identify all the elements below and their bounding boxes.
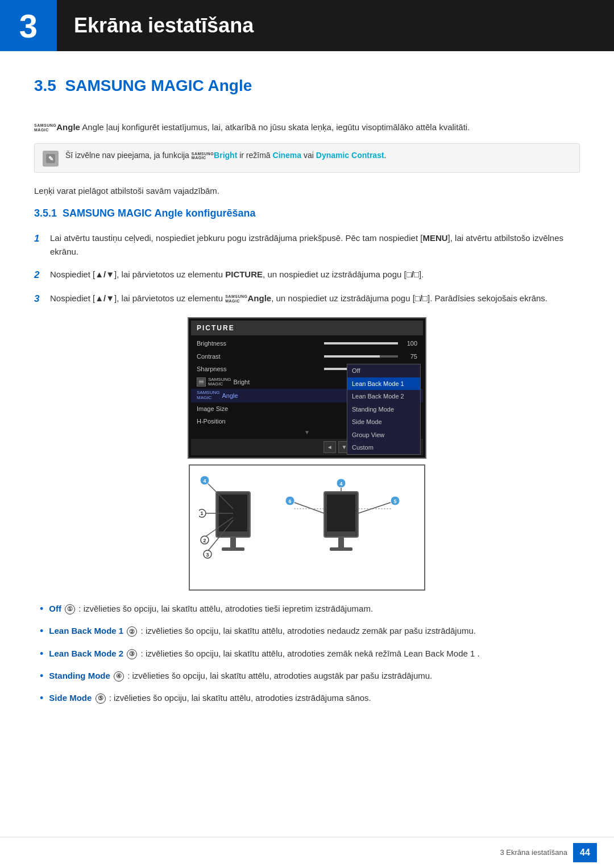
note-text: Šī izvēlne nav pieejama, ja funkcija SAM…: [65, 149, 387, 161]
svg-rect-3: [199, 381, 204, 382]
step-number-3: 3: [34, 292, 50, 306]
samsung-magic-brand-inline: SAMSUNG MAGIC: [34, 123, 56, 132]
bullet-dot-lean2: •: [40, 647, 43, 661]
diagram-container: 4 1 2 3: [34, 464, 580, 591]
svg-text:4: 4: [339, 481, 342, 487]
osd-submenu-item-group: Group View: [347, 429, 420, 442]
osd-title: PICTURE: [191, 321, 423, 335]
osd-row-magic-angle: SAMSUNG MAGIC Angle Off Lean Back Mode 1…: [191, 389, 423, 402]
page-footer: 3 Ekrāna iestatīšana 44: [0, 837, 614, 868]
subsection-heading: 3.5.1 SAMSUNG MAGIC Angle konfigurēšana: [34, 206, 580, 221]
svg-text:6: 6: [288, 499, 291, 504]
osd-submenu-item-standing: Standing Mode: [347, 403, 420, 416]
svg-rect-4: [199, 383, 204, 384]
svg-text:✎: ✎: [48, 155, 53, 162]
svg-rect-2: [198, 379, 204, 385]
bullet-text-lean1: Lean Back Mode 1 ② : izvēlieties šo opci…: [49, 624, 476, 638]
osd-row-contrast: Contrast 75: [191, 350, 423, 363]
osd-submenu-item-lean2: Lean Back Mode 2: [347, 390, 420, 403]
bullet-text-side: Side Mode ⑤ : izvēlieties šo opciju, lai…: [49, 691, 371, 705]
footer-page-number: 44: [573, 843, 597, 862]
lean-back-text: Leņķi varat pielāgot atbilstoši savām va…: [34, 184, 580, 198]
osd-btn-left[interactable]: ◄: [323, 441, 336, 453]
osd-submenu-item-custom: Custom: [347, 441, 420, 454]
intro-paragraph: SAMSUNG MAGIC Angle Angle ļauj konfigurē…: [34, 121, 580, 134]
footer-chapter-text: 3 Ekrāna iestatīšana: [500, 847, 567, 858]
section-heading: 3.5 SAMSUNG MAGIC Angle: [34, 74, 580, 103]
diagram-box: 4 1 2 3: [189, 464, 425, 591]
bullet-text-off: Off ① : izvēlieties šo opciju, lai skatī…: [49, 602, 373, 616]
osd-screen: PICTURE Brightness 100 Contrast: [188, 317, 426, 459]
svg-line-25: [293, 502, 324, 513]
svg-line-28: [358, 502, 392, 513]
bullet-dot-off: •: [40, 602, 43, 616]
step-3: 3 Nospiediet [▲/▼], lai pārvietotos uz e…: [34, 292, 580, 306]
osd-submenu-item-off: Off: [347, 364, 420, 377]
svg-rect-22: [327, 495, 355, 531]
svg-text:4: 4: [203, 478, 206, 484]
bullet-text-lean2: Lean Back Mode 2 ③ : izvēlieties šo opci…: [49, 647, 479, 661]
angle-diagram-svg: 4 1 2 3: [199, 475, 415, 577]
chapter-number: 3: [0, 0, 57, 51]
osd-submenu: Off Lean Back Mode 1 Lean Back Mode 2 St…: [347, 364, 421, 455]
note-icon: ✎: [43, 151, 59, 167]
osd-submenu-item-lean1: Lean Back Mode 1: [347, 377, 420, 391]
step-number-2: 2: [34, 268, 50, 283]
osd-screen-container: PICTURE Brightness 100 Contrast: [34, 317, 580, 459]
bullet-item-lean2: • Lean Back Mode 2 ③ : izvēlieties šo op…: [40, 647, 580, 661]
osd-row-brightness: Brightness 100: [191, 337, 423, 350]
svg-rect-23: [338, 537, 344, 549]
svg-text:3: 3: [206, 552, 209, 558]
step-text-2: Nospiediet [▲/▼], lai pārvietotos uz ele…: [50, 268, 424, 281]
chapter-title: Ekrāna iestatīšana: [57, 10, 254, 41]
bullet-dot-side: •: [40, 691, 43, 705]
bullet-item-off: • Off ① : izvēlieties šo opciju, lai ska…: [40, 602, 580, 616]
step-2: 2 Nospiediet [▲/▼], lai pārvietotos uz e…: [34, 268, 580, 283]
step-1: 1 Lai atvērtu taustiņu ceļvedi, nospiedi…: [34, 231, 580, 259]
svg-text:5: 5: [393, 499, 396, 504]
step-number-1: 1: [34, 231, 50, 246]
note-box: ✎ Šī izvēlne nav pieejama, ja funkcija S…: [34, 143, 580, 173]
svg-text:2: 2: [203, 538, 206, 543]
svg-rect-8: [222, 547, 244, 551]
osd-submenu-item-side: Side Mode: [347, 416, 420, 429]
bullet-dot-lean1: •: [40, 624, 43, 638]
step-text-1: Lai atvērtu taustiņu ceļvedi, nospiediet…: [50, 231, 580, 259]
bullet-dot-standing: •: [40, 669, 43, 683]
bullet-list: • Off ① : izvēlieties šo opciju, lai ska…: [40, 602, 580, 705]
main-content: 3.5 SAMSUNG MAGIC Angle SAMSUNG MAGIC An…: [0, 74, 614, 747]
bullet-text-standing: Standing Mode ④ : izvēlieties šo opciju,…: [49, 669, 432, 683]
bullet-item-side: • Side Mode ⑤ : izvēlieties šo opciju, l…: [40, 691, 580, 705]
bullet-item-lean1: • Lean Back Mode 1 ② : izvēlieties šo op…: [40, 624, 580, 638]
svg-text:1: 1: [200, 510, 203, 516]
step-text-3: Nospiediet [▲/▼], lai pārvietotos uz ele…: [50, 292, 547, 305]
chapter-header: 3 Ekrāna iestatīšana: [0, 0, 614, 51]
svg-rect-7: [230, 537, 236, 549]
bullet-item-standing: • Standing Mode ④ : izvēlieties šo opcij…: [40, 669, 580, 683]
svg-rect-24: [330, 547, 352, 551]
